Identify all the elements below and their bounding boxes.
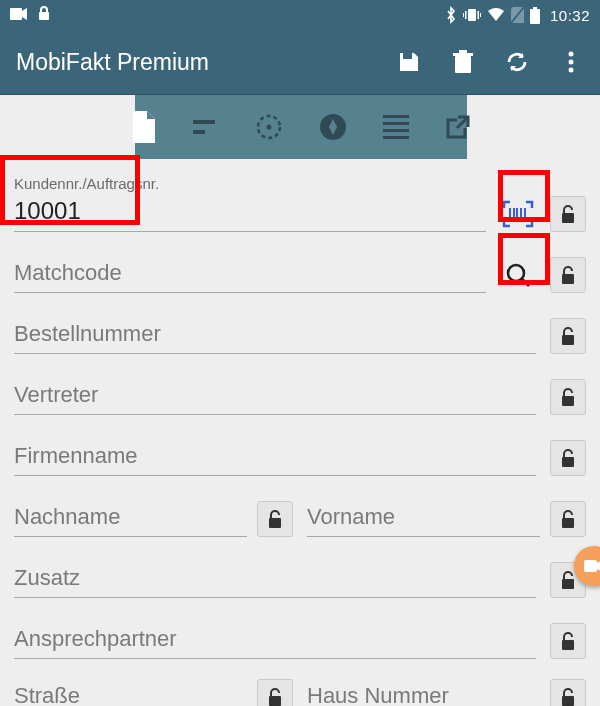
ansprechpartner-field[interactable]: Ansprechpartner [14,616,536,659]
tab-open-external[interactable] [445,112,471,142]
svg-rect-23 [383,129,409,132]
svg-rect-3 [465,11,467,19]
svg-rect-12 [459,50,467,53]
svg-rect-37 [269,518,281,528]
svg-rect-8 [533,7,537,9]
vorname-field[interactable]: Vorname [307,494,540,537]
kundennr-field[interactable]: Kundennr./Auftragsnr. [14,177,486,232]
hausnummer-placeholder: Haus Nummer [307,673,540,706]
vertreter-lock-button[interactable] [550,379,586,415]
no-sim-icon [511,7,524,23]
app-title: MobiFakt Premium [16,49,209,76]
svg-rect-40 [562,640,574,650]
svg-point-19 [267,125,272,130]
svg-rect-35 [562,396,574,406]
tab-strip [135,95,467,159]
battery-icon [530,7,540,24]
firmenname-lock-button[interactable] [550,440,586,476]
svg-rect-43 [584,560,597,572]
kundennr-lock-button[interactable] [550,196,586,232]
svg-point-13 [569,52,574,57]
tab-document[interactable] [131,112,157,142]
tab-list-short[interactable] [193,112,219,142]
refresh-button[interactable] [504,49,530,75]
overflow-menu-button[interactable] [558,49,584,75]
svg-rect-4 [477,11,479,19]
svg-rect-9 [530,9,540,24]
svg-rect-0 [10,8,22,20]
hausnummer-lock-button[interactable] [550,679,586,706]
app-bar: MobiFakt Premium [0,30,600,95]
svg-rect-36 [562,457,574,467]
bestellnummer-placeholder: Bestellnummer [14,311,536,354]
svg-rect-34 [562,335,574,345]
tab-compass[interactable] [319,112,347,142]
wifi-icon [487,8,505,22]
svg-rect-6 [480,13,481,17]
delete-button[interactable] [450,49,476,75]
bestellnummer-field[interactable]: Bestellnummer [14,311,536,354]
matchcode-placeholder: Matchcode [14,250,486,293]
tab-lines[interactable] [383,112,409,142]
tab-timer[interactable] [255,112,283,142]
svg-rect-22 [383,122,409,125]
matchcode-field[interactable]: Matchcode [14,250,486,293]
nachname-placeholder: Nachname [14,494,247,537]
svg-rect-17 [193,130,205,134]
svg-rect-38 [562,518,574,528]
ansprechpartner-placeholder: Ansprechpartner [14,616,536,659]
svg-rect-42 [562,696,574,706]
matchcode-lock-button[interactable] [550,257,586,293]
vorname-lock-button[interactable] [550,501,586,537]
strasse-lock-button[interactable] [257,679,293,706]
svg-rect-33 [562,274,574,284]
nachname-field[interactable]: Nachname [14,494,247,537]
strasse-field[interactable]: Straße [14,673,247,706]
camera-icon [10,7,28,24]
ansprechpartner-lock-button[interactable] [550,623,586,659]
vertreter-field[interactable]: Vertreter [14,372,536,415]
firmenname-field[interactable]: Firmenname [14,433,536,476]
vibrate-icon [463,7,481,23]
nachname-lock-button[interactable] [257,501,293,537]
kundennr-label: Kundennr./Auftragsnr. [14,175,159,192]
form: Kundennr./Auftragsnr. Matchcode Bestelln… [0,177,600,706]
status-bar: 10:32 [0,0,600,30]
bluetooth-icon [445,6,457,24]
hausnummer-field[interactable]: Haus Nummer [307,673,540,706]
svg-rect-10 [455,56,471,73]
svg-rect-11 [453,53,473,56]
svg-line-32 [522,279,529,286]
svg-rect-24 [383,136,409,139]
svg-point-31 [508,265,524,281]
firmenname-placeholder: Firmenname [14,433,536,476]
svg-rect-16 [193,120,215,124]
svg-rect-39 [562,579,574,589]
svg-rect-21 [383,115,409,118]
barcode-scan-button[interactable] [500,196,536,232]
vertreter-placeholder: Vertreter [14,372,536,415]
svg-rect-1 [39,12,49,20]
zusatz-field[interactable]: Zusatz [14,555,536,598]
svg-rect-5 [463,13,464,17]
bestellnummer-lock-button[interactable] [550,318,586,354]
zusatz-placeholder: Zusatz [14,555,536,598]
vorname-placeholder: Vorname [307,494,540,537]
matchcode-search-button[interactable] [500,257,536,293]
save-button[interactable] [396,49,422,75]
svg-rect-30 [562,213,574,223]
svg-rect-41 [269,696,281,706]
svg-point-15 [569,68,574,73]
svg-rect-2 [468,9,476,21]
lock-icon [38,6,50,24]
clock: 10:32 [550,7,590,24]
strasse-placeholder: Straße [14,673,247,706]
svg-point-14 [569,60,574,65]
